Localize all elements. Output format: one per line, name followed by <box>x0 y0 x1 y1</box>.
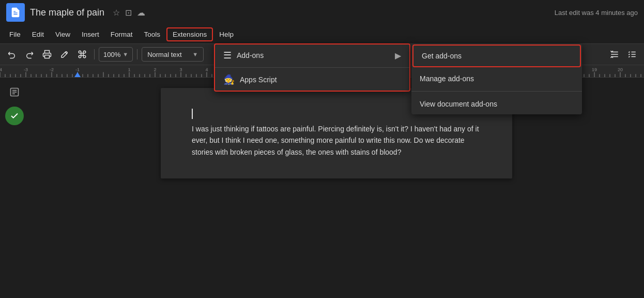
svg-rect-3 <box>45 55 50 58</box>
menu-bar: File Edit View Insert Format Tools Exten… <box>0 25 644 43</box>
apps-script-icon: 🧙 <box>223 74 235 85</box>
last-edit-status[interactable]: Last edit was 4 minutes ago <box>555 9 638 17</box>
manage-addons-label: Manage add-ons <box>420 74 474 83</box>
toolbar-separator-1 <box>94 49 95 59</box>
toolbar-separator-2 <box>137 49 137 59</box>
get-addons-label: Get add-ons <box>422 52 462 60</box>
zoom-value: 100% <box>103 51 120 58</box>
menu-extensions[interactable]: Extensions <box>166 27 213 41</box>
title-actions: ☆ ⊡ ☁ <box>113 8 145 18</box>
menu-tools[interactable]: Tools <box>139 28 166 40</box>
document-title: The maple of pain <box>30 7 104 18</box>
addons-label: Add-ons <box>237 51 264 59</box>
left-sidebar <box>0 78 29 298</box>
style-dropdown-icon: ▼ <box>192 51 198 57</box>
menu-view[interactable]: View <box>50 28 75 40</box>
addons-divider <box>215 67 409 68</box>
line-spacing-button[interactable] <box>607 47 622 62</box>
style-value: Normal text <box>147 51 181 58</box>
style-selector[interactable]: Normal text ▼ <box>142 47 204 62</box>
save-check-button[interactable] <box>5 107 24 125</box>
zoom-selector[interactable]: 100% ▼ <box>99 47 133 62</box>
folder-icon[interactable]: ⊡ <box>125 8 132 18</box>
manage-addons-item[interactable]: Manage add-ons <box>411 68 582 89</box>
addons-menu-item[interactable]: ☰ Add-ons ▶ <box>215 44 409 66</box>
toolbar-right <box>607 47 640 62</box>
addons-arrow-icon: ▶ <box>395 51 401 61</box>
get-addons-menu: Get add-ons Manage add-ons View document… <box>411 43 582 114</box>
menu-insert[interactable]: Insert <box>76 28 104 40</box>
addons-menu: ☰ Add-ons ▶ 🧙 Apps Script <box>214 43 410 92</box>
redo-button[interactable] <box>22 47 37 62</box>
text-cursor <box>192 109 193 119</box>
get-addons-item[interactable]: Get add-ons <box>412 44 581 67</box>
menu-help[interactable]: Help <box>214 28 239 40</box>
title-bar: The maple of pain ☆ ⊡ ☁ Last edit was 4 … <box>0 0 644 25</box>
document-paragraph[interactable]: I was just thinking if tattoos are painf… <box>192 123 481 158</box>
paint-format-button[interactable] <box>74 47 90 62</box>
outline-icon[interactable] <box>5 83 24 101</box>
menu-format[interactable]: Format <box>105 28 138 40</box>
apps-script-left: 🧙 Apps Script <box>223 74 277 85</box>
addons-list-icon: ☰ <box>223 50 232 61</box>
cloud-icon[interactable]: ☁ <box>137 8 145 18</box>
get-addons-divider <box>411 91 582 92</box>
undo-button[interactable] <box>4 47 20 62</box>
apps-script-label: Apps Script <box>240 76 277 84</box>
view-document-addons-item[interactable]: View document add-ons <box>411 94 582 114</box>
checklist-button[interactable] <box>624 47 640 62</box>
view-document-addons-label: View document add-ons <box>420 100 497 108</box>
addons-left: ☰ Add-ons <box>223 50 264 61</box>
menu-file[interactable]: File <box>4 28 26 40</box>
zoom-dropdown-icon: ▼ <box>122 51 128 57</box>
svg-line-4 <box>65 52 67 54</box>
menu-edit[interactable]: Edit <box>27 28 49 40</box>
docs-logo <box>6 3 25 22</box>
print-button[interactable] <box>39 47 55 62</box>
spellcheck-button[interactable] <box>57 47 72 62</box>
star-icon[interactable]: ☆ <box>113 8 120 18</box>
apps-script-item[interactable]: 🧙 Apps Script <box>215 69 409 91</box>
